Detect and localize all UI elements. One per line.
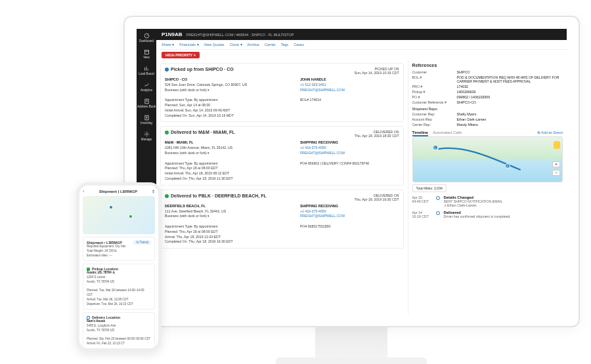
- timeline-dot-icon: [436, 196, 440, 200]
- stop-detail: Appointment Type: By appointment: [165, 161, 218, 165]
- phone-map[interactable]: [83, 196, 155, 234]
- stop-bol: PO# 568017551830: [300, 224, 330, 228]
- action-clone[interactable]: Clone ▾: [230, 43, 242, 47]
- status-dot-icon: [165, 68, 169, 71]
- stop-title: Delivered to M&M · MIAMI, FL: [171, 130, 235, 134]
- sidebar-item-dashboard[interactable]: Dashboard: [137, 31, 156, 44]
- stop-detail: Appointment Type: By appointment: [165, 98, 218, 102]
- map-zoom-in-button[interactable]: +: [552, 161, 560, 167]
- desktop-monitor: Dashboard View Load Board Analytics Addr…: [123, 16, 580, 327]
- references-title: References: [412, 63, 563, 68]
- phone-delivery-card: Delivery Location Sam's House 5405 E, Lo…: [83, 312, 155, 348]
- rep-key: Carrier Rep:: [412, 123, 457, 127]
- ref-key: PO #: [412, 95, 457, 99]
- stop-contact-email[interactable]: FREIGHT@SHIPWELL.COM: [300, 214, 345, 218]
- stop-contact-phone[interactable]: +1 512-333-3451: [300, 83, 326, 87]
- stop-detail: Planned: Sun, Apr 14 at 08:00: [165, 103, 210, 107]
- square-blue-icon: [87, 316, 90, 319]
- stop-hours-select[interactable]: Business (with dock or fork) ▾: [165, 151, 209, 155]
- svg-point-4: [146, 133, 147, 134]
- map-pin-current-icon: [129, 214, 133, 218]
- stop-address: 524 San Juan Drive, Colorado Springs, CO…: [165, 83, 247, 87]
- map-zoom-out-button[interactable]: −: [552, 170, 560, 176]
- sidebar-item-addressbook[interactable]: Address Book: [137, 97, 156, 110]
- stop-title: Picked up from SHIPCO · CO: [171, 67, 234, 71]
- action-carrier[interactable]: Carrier: [265, 43, 276, 47]
- stop-card-delivery-1: Delivered to M&M · MIAMI, FL DELIVERED O…: [160, 126, 404, 185]
- pickup-departure: Departure: Tue, Mar 26, 16:10 CDT: [87, 302, 133, 306]
- total-miles-badge: Total Miles: 2,034: [412, 184, 447, 192]
- monitor-foot: [276, 357, 427, 364]
- kv-equipment: Required Equipment: Dry Van: [87, 245, 125, 248]
- map-pin-origin-icon: [109, 205, 113, 209]
- stop-contact-email[interactable]: FREIGHT@SHIPWELL.COM: [300, 88, 345, 92]
- back-button-icon[interactable]: ‹: [83, 188, 85, 194]
- sidebar-item-analytics[interactable]: Analytics: [137, 81, 156, 93]
- stop-contact-email[interactable]: FREIGHT@SHIPWELL.COM: [300, 151, 345, 155]
- pickup-planned: Planned: Tue, Mar 26 between 14:00–14:00…: [87, 289, 144, 296]
- stop-contact-heading: SHIPPING RECEIVING: [300, 204, 338, 208]
- tab-timeline[interactable]: Timeline: [412, 131, 428, 136]
- action-share[interactable]: Share ▾: [162, 43, 174, 47]
- delivery-addr: Austin, TX 78704 US: [87, 329, 114, 332]
- tab-automated-calls[interactable]: Automated Calls: [433, 131, 462, 134]
- ref-val: POD & DOCUMENTATION REQ W/IN 48 HRS OF D…: [457, 75, 563, 83]
- delivery-addr: 5405 E, Longhorn Ave: [87, 324, 116, 327]
- sidebar-item-invoicing[interactable]: Invoicing: [137, 113, 156, 126]
- phone-title: Shipment | LBRMGP: [99, 190, 137, 193]
- pickup-addr: Austin, TX 78704 US: [87, 280, 114, 283]
- stops-column: Picked up from SHIPCO · CO PICKED UP ONS…: [156, 60, 408, 314]
- phone-shipment-heading: Shipment • LBRMGP: [87, 241, 122, 245]
- share-icon[interactable]: ⇧: [152, 189, 155, 193]
- stop-address: 2281 NW 10th Avenue, Miami, FL 33142, US: [165, 146, 232, 150]
- ref-val: SHIPCO: [457, 70, 563, 74]
- stop-hours-select[interactable]: Business (with dock or fork) ▾: [165, 88, 209, 92]
- stop-right-date: Thu, Apr 18, 2019 16:30 CDT: [355, 197, 399, 201]
- map-pin-2-icon: 2: [505, 163, 510, 169]
- priority-tag[interactable]: HIGH PRIORITY ×: [162, 52, 200, 58]
- action-archive[interactable]: Archive: [248, 43, 259, 47]
- action-financials[interactable]: Financials ▾: [179, 43, 198, 47]
- status-dot-icon: [165, 131, 169, 134]
- phone-shipment-card: Shipment • LBRMGP In Transit Required Eq…: [83, 237, 155, 261]
- phone-screen: ‹ Shipment | LBRMGP ⇧ Shipment • LBRMGP …: [79, 186, 158, 348]
- timeline-dot-icon: [436, 211, 440, 215]
- stop-detail: Arrival: Thu, Apr 18, 2019 12:24 EDT: [165, 235, 221, 239]
- add-event-button[interactable]: ⊕ Add an Event: [537, 131, 563, 134]
- stop-loc-heading: M&M · MIAMI, FL: [165, 140, 194, 144]
- load-id: P1N9AB: [162, 31, 183, 37]
- sidebar-item-view[interactable]: View: [137, 48, 156, 60]
- stop-hours-select[interactable]: Business (with dock or fork) ▾: [165, 214, 209, 218]
- stop-detail: Completed On: Thu, Apr 18, 2019 16:30 ED…: [165, 239, 233, 243]
- timeline-event: Apr 1504:49 CDT Details ChangedSENT SHIP…: [412, 195, 563, 207]
- stop-detail: Initial Arrival: Sun, Apr 14, 2019 09:46…: [165, 108, 230, 112]
- kv-weight: Total Weight: 24,720 lb: [87, 249, 117, 253]
- stop-detail: Completed On: Sun, Apr 14, 2019 10:19 MD…: [165, 113, 234, 117]
- action-tags[interactable]: Tags: [281, 43, 289, 47]
- ref-key: BOL #: [412, 75, 457, 83]
- reps-label: Shipment Reps:: [412, 107, 457, 111]
- stop-card-delivery-2: Delivered to PBLK · DEERFIELD BEACH, FL …: [160, 190, 404, 249]
- delivery-name: Sam's House: [87, 319, 105, 323]
- action-view-quotes[interactable]: View Quotes: [204, 43, 225, 47]
- delivery-planned: Planned: Sat, Feb 23 between 00:00–00:00…: [87, 337, 150, 340]
- ref-key: Pickup #: [412, 90, 457, 94]
- action-cases[interactable]: Cases: [294, 43, 304, 47]
- sidebar-item-manage[interactable]: Manage: [137, 130, 156, 142]
- stop-contact-phone[interactable]: +1 416-275-4050: [300, 146, 326, 150]
- ref-key: Customer: [412, 70, 457, 74]
- stop-contact-heading: JOHN HANDLE: [300, 77, 326, 81]
- stop-card-pickup: Picked up from SHIPCO · CO PICKED UP ONS…: [160, 63, 404, 122]
- tl-line: Driver has confirmed shipment is complet…: [444, 214, 511, 218]
- stop-detail: Planned: Thu, Apr 18 at 08:00 EDT: [165, 230, 218, 233]
- ref-val: 174032: [457, 85, 563, 89]
- body-columns: Picked up from SHIPCO · CO PICKED UP ONS…: [156, 60, 567, 314]
- stop-contact-phone[interactable]: +1 416-275-4050: [300, 209, 326, 213]
- sidebar-item-loadboard[interactable]: Load Board: [137, 64, 156, 77]
- stop-contact-heading: SHIPPING RECEIVING: [300, 140, 338, 144]
- pegman-icon[interactable]: [554, 141, 560, 149]
- mobile-phone: ‹ Shipment | LBRMGP ⇧ Shipment • LBRMGP …: [76, 182, 162, 352]
- tl-time: 04:49 CDT: [412, 199, 432, 203]
- route-map[interactable]: 1 2 + −: [412, 136, 563, 182]
- stop-loc-heading: DEERFIELD BEACH, FL: [165, 204, 206, 208]
